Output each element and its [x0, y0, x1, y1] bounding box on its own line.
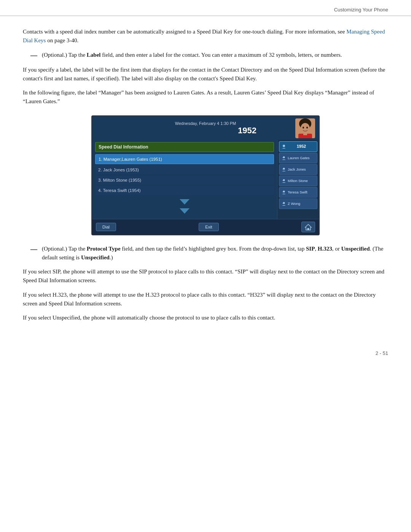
contact-4-text: 4. Teresa Swift (1954)	[98, 188, 141, 193]
speed-dial-header: Speed Dial Information	[95, 142, 274, 152]
svg-point-9	[283, 145, 285, 147]
speed-key-1952[interactable]: 1952	[279, 141, 317, 152]
svg-point-10	[283, 156, 285, 158]
dash-symbol-1: —	[30, 51, 37, 60]
bullet-item-1: — (Optional.) Tap the Label field, and t…	[30, 51, 388, 60]
svg-line-11	[282, 157, 283, 158]
svg-marker-7	[180, 199, 190, 204]
svg-line-19	[282, 203, 283, 204]
dial-button[interactable]: Dial	[96, 223, 116, 231]
phone-topbar-right	[260, 118, 315, 138]
phone-topbar-center: Wednesday, February 4 1:30 PM 1952	[151, 121, 260, 136]
page-header: Customizing Your Phone	[0, 0, 411, 16]
contact-item-2[interactable]: 2. Jack Jones (1953)	[95, 165, 274, 174]
phone-extension-display: 1952	[151, 126, 260, 136]
paragraph-1: Contacts with a speed dial index number …	[23, 27, 388, 45]
phone-screenshot: Wednesday, February 4 1:30 PM 1952	[91, 115, 320, 235]
contact-item-4[interactable]: 4. Teresa Swift (1954)	[95, 186, 274, 195]
svg-line-15	[282, 180, 283, 181]
paragraph-5: If you select H.323, the phone will atte…	[23, 291, 388, 308]
svg-point-12	[283, 168, 285, 169]
contact-2-text: 2. Jack Jones (1953)	[98, 168, 139, 172]
phone-bottombar: Dial Exit	[92, 219, 319, 235]
scroll-down-arrow-1[interactable]	[178, 198, 191, 206]
contact-avatar	[295, 118, 315, 138]
dash-symbol-2: —	[30, 244, 37, 262]
contact-1-text: 1. Manager,Lauren Gates (1951)	[99, 157, 162, 161]
speed-key-3-label: Jack Jones	[288, 167, 306, 171]
speed-key-milton-stone[interactable]: Milton Stone	[279, 176, 317, 186]
paragraph-2: If you specify a label, the label will b…	[23, 66, 388, 83]
scroll-down-arrow-2[interactable]	[178, 207, 191, 215]
p1-text: Contacts with a speed dial index number …	[23, 29, 346, 35]
contact-3-text: 3. Milton Stone (1955)	[98, 178, 141, 182]
svg-point-18	[283, 202, 285, 204]
speed-key-1-label: 1952	[288, 144, 315, 149]
svg-rect-4	[303, 133, 307, 135]
speed-key-6-label: Z Wong	[288, 201, 300, 206]
speed-key-6-icon	[281, 201, 287, 206]
svg-point-16	[283, 190, 285, 192]
speed-key-1-icon	[281, 144, 287, 149]
scroll-arrows	[95, 196, 274, 217]
svg-marker-8	[180, 208, 190, 214]
bullet-item-2: — (Optional.) Tap the Protocol Type fiel…	[30, 244, 388, 262]
contact-item-1[interactable]: 1. Manager,Lauren Gates (1951)	[95, 154, 274, 164]
speed-key-lauren-gates[interactable]: Lauren Gates	[279, 153, 317, 163]
speed-key-5-icon	[281, 190, 287, 195]
phone-datetime: Wednesday, February 4 1:30 PM	[151, 121, 260, 126]
main-content: Contacts with a speed dial index number …	[0, 16, 411, 339]
svg-point-6	[306, 126, 308, 128]
speed-key-2-icon	[281, 155, 287, 161]
bullet-2-text: (Optional.) Tap the Protocol Type field,…	[42, 244, 388, 262]
phone-main-body: Speed Dial Information 1. Manager,Lauren…	[92, 140, 319, 219]
speed-key-4-icon	[281, 178, 287, 184]
svg-point-5	[303, 126, 304, 128]
page-number: 2 - 51	[376, 350, 388, 356]
exit-button[interactable]: Exit	[199, 223, 218, 231]
bullet-1-text: (Optional.) Tap the Label field, and the…	[42, 51, 342, 60]
svg-rect-21	[307, 228, 309, 230]
avatar-svg	[295, 118, 315, 138]
svg-line-17	[282, 192, 283, 192]
page-footer: 2 - 51	[0, 347, 411, 360]
speed-key-jack-jones[interactable]: Jack Jones	[279, 164, 317, 175]
speed-key-4-label: Milton Stone	[288, 179, 308, 183]
speed-key-2-label: Lauren Gates	[288, 156, 310, 160]
svg-point-14	[283, 179, 285, 181]
paragraph-4: If you select SIP, the phone will attemp…	[23, 267, 388, 285]
phone-topbar: Wednesday, February 4 1:30 PM 1952	[92, 116, 319, 140]
speed-key-5-label: Teresa Swift	[288, 190, 307, 194]
paragraph-3: In the following figure, the label “Mana…	[23, 88, 388, 106]
home-button[interactable]	[301, 222, 315, 232]
contact-item-3[interactable]: 3. Milton Stone (1955)	[95, 176, 274, 185]
svg-point-2	[301, 123, 310, 134]
speed-key-teresa-swift[interactable]: Teresa Swift	[279, 187, 317, 198]
phone-left-panel: Speed Dial Information 1. Manager,Lauren…	[92, 140, 277, 219]
paragraph-6: If you select Unspecified, the phone wil…	[23, 313, 388, 322]
p1-suffix: on page 3-40.	[46, 37, 78, 43]
speed-key-z-wong[interactable]: Z Wong	[279, 198, 317, 209]
chapter-title: Customizing Your Phone	[334, 7, 388, 13]
speed-key-3-icon	[281, 167, 287, 172]
svg-line-13	[282, 169, 283, 169]
phone-right-panel: 1952 Lauren Gates	[277, 140, 319, 219]
